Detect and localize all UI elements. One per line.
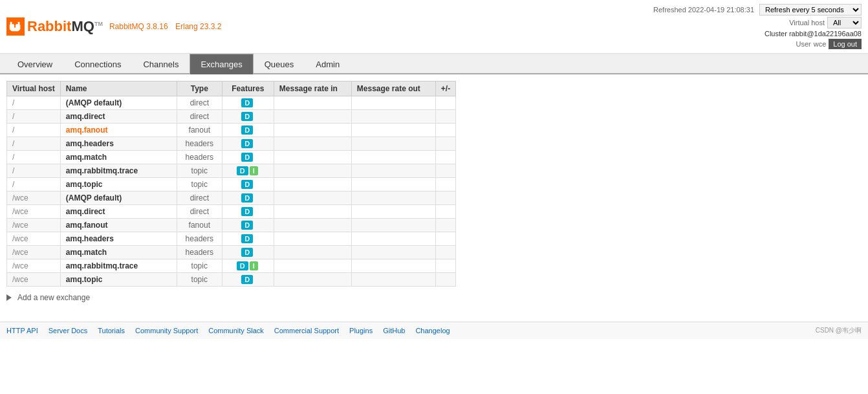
cell-type: headers: [177, 246, 222, 259]
cell-vhost: /: [7, 137, 61, 151]
cell-vhost: /wce: [7, 192, 61, 205]
cell-name[interactable]: amq.headers: [60, 137, 177, 151]
feature-badge-d: D: [241, 275, 253, 284]
refresh-row: Refreshed 2022-04-19 21:08:31 Refresh ev…: [653, 4, 862, 16]
footer-plugins[interactable]: Plugins: [349, 327, 373, 334]
cell-vhost: /wce: [7, 232, 61, 246]
logo-text: RabbitMQTM: [27, 18, 103, 35]
feature-badge-d: D: [241, 153, 253, 162]
erlang-version: Erlang 23.3.2: [175, 22, 221, 31]
cell-name[interactable]: amq.topic: [60, 178, 177, 192]
cell-features: D: [222, 124, 274, 137]
cell-name[interactable]: amq.headers: [60, 232, 177, 246]
header: RabbitMQTM RabbitMQ 3.8.16 Erlang 23.3.2…: [0, 0, 868, 54]
cell-name[interactable]: amq.direct: [60, 205, 177, 219]
col-header-vhost: Virtual host: [7, 82, 61, 96]
cell-name[interactable]: (AMQP default): [60, 192, 177, 205]
cell-rate-in: [274, 219, 351, 232]
footer-community-slack[interactable]: Community Slack: [208, 327, 264, 334]
feature-badge-d: D: [241, 234, 253, 243]
add-exchange-label: Add a new exchange: [17, 293, 90, 302]
cell-rate-in: [274, 259, 351, 273]
cell-type: direct: [177, 110, 222, 124]
cell-features: D: [222, 192, 274, 205]
table-row: /wceamq.rabbitmq.tracetopicDI: [7, 259, 456, 273]
cell-plusminus: [435, 178, 455, 192]
cell-features: DI: [222, 259, 274, 273]
feature-badge-i: I: [250, 261, 258, 270]
nav-channels[interactable]: Channels: [132, 54, 190, 74]
user-label: User: [796, 40, 811, 48]
table-row: /wceamq.headersheadersD: [7, 232, 456, 246]
version-info: RabbitMQ 3.8.16 Erlang 23.3.2: [109, 22, 226, 31]
rabbitmq-version: RabbitMQ 3.8.16: [109, 22, 168, 31]
refresh-select[interactable]: Refresh every 5 seconds Refresh every 10…: [759, 4, 862, 16]
nav-connections[interactable]: Connections: [63, 54, 132, 74]
cell-rate-in: [274, 96, 351, 110]
vhost-select[interactable]: All / /wce: [827, 17, 862, 28]
cell-name[interactable]: (AMQP default): [60, 96, 177, 110]
footer-changelog[interactable]: Changelog: [415, 327, 450, 334]
cell-name[interactable]: amq.fanout: [60, 124, 177, 137]
main-content: Virtual host Name Type Features Message …: [0, 74, 868, 309]
nav-queues[interactable]: Queues: [254, 54, 305, 74]
cell-name[interactable]: amq.rabbitmq.trace: [60, 164, 177, 178]
cell-rate-out: [351, 259, 435, 273]
feature-badge-d: D: [237, 261, 248, 270]
nav-admin[interactable]: Admin: [305, 54, 351, 74]
footer-github[interactable]: GitHub: [383, 327, 405, 334]
table-body: /(AMQP default)directD/amq.directdirectD…: [7, 96, 456, 287]
cell-name[interactable]: amq.direct: [60, 110, 177, 124]
cell-rate-out: [351, 178, 435, 192]
cell-rate-in: [274, 164, 351, 178]
add-exchange-toggle[interactable]: Add a new exchange: [6, 293, 862, 302]
cell-features: D: [222, 151, 274, 164]
feature-badge-d: D: [241, 139, 253, 148]
footer-server-docs[interactable]: Server Docs: [49, 327, 88, 334]
cell-name[interactable]: amq.match: [60, 151, 177, 164]
cell-rate-in: [274, 232, 351, 246]
cell-vhost: /wce: [7, 259, 61, 273]
cell-rate-out: [351, 273, 435, 287]
cell-name[interactable]: amq.match: [60, 246, 177, 259]
cell-name[interactable]: amq.rabbitmq.trace: [60, 259, 177, 273]
footer-community-support[interactable]: Community Support: [135, 327, 198, 334]
cell-vhost: /: [7, 96, 61, 110]
footer-commercial-support[interactable]: Commercial Support: [274, 327, 339, 334]
cell-plusminus: [435, 246, 455, 259]
cell-plusminus: [435, 124, 455, 137]
cell-rate-out: [351, 246, 435, 259]
col-header-rate-out: Message rate out: [351, 82, 435, 96]
table-header-row: Virtual host Name Type Features Message …: [7, 82, 456, 96]
cell-rate-in: [274, 124, 351, 137]
cell-rate-out: [351, 151, 435, 164]
cell-plusminus: [435, 273, 455, 287]
cell-plusminus: [435, 110, 455, 124]
col-header-name: Name: [60, 82, 177, 96]
table-row: /amq.topictopicD: [7, 178, 456, 192]
col-header-features: Features: [222, 82, 274, 96]
footer-http-api[interactable]: HTTP API: [6, 327, 38, 334]
cell-type: direct: [177, 205, 222, 219]
top-right: Refreshed 2022-04-19 21:08:31 Refresh ev…: [653, 4, 862, 49]
cell-name[interactable]: amq.fanout: [60, 219, 177, 232]
cluster-value: rabbit@1da22196aa08: [789, 30, 862, 38]
cell-rate-out: [351, 137, 435, 151]
footer: HTTP API Server Docs Tutorials Community…: [0, 322, 868, 339]
table-row: /wceamq.directdirectD: [7, 205, 456, 219]
footer-credit: CSDN @韦少啊: [816, 326, 862, 335]
cell-rate-out: [351, 219, 435, 232]
table-row: /amq.headersheadersD: [7, 137, 456, 151]
cell-name[interactable]: amq.topic: [60, 273, 177, 287]
feature-badge-d: D: [241, 193, 253, 202]
feature-badge-d: D: [237, 166, 248, 175]
nav-overview[interactable]: Overview: [6, 54, 63, 74]
nav-exchanges[interactable]: Exchanges: [190, 54, 253, 74]
footer-tutorials[interactable]: Tutorials: [98, 327, 125, 334]
logout-button[interactable]: Log out: [829, 39, 862, 49]
svg-rect-2: [11, 28, 19, 32]
cell-vhost: /wce: [7, 205, 61, 219]
logo-rabbit: Rabbit: [27, 18, 71, 34]
cell-type: headers: [177, 151, 222, 164]
cell-vhost: /: [7, 124, 61, 137]
